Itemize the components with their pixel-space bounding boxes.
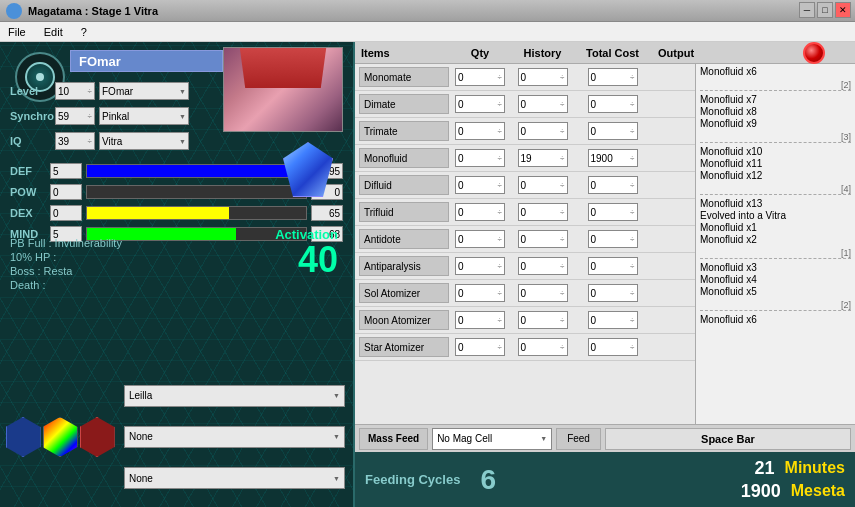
item-name-button[interactable]: Trifluid bbox=[359, 202, 449, 222]
death-text: Death : bbox=[10, 279, 343, 291]
item-qty-cell: 0 bbox=[450, 203, 510, 221]
item-hist-spinner[interactable]: 0 bbox=[518, 203, 568, 221]
menu-edit[interactable]: Edit bbox=[40, 24, 67, 40]
iq-spinner[interactable]: 39 bbox=[55, 132, 95, 150]
synchro-spinner[interactable]: 59 bbox=[55, 107, 95, 125]
item-cost-spinner[interactable]: 0 bbox=[588, 95, 638, 113]
def-bar-fill bbox=[87, 165, 306, 177]
item-name-button[interactable]: Sol Atomizer bbox=[359, 283, 449, 303]
item-row: Star Atomizer 0 0 0 bbox=[355, 334, 695, 361]
bottom-dropdown-1[interactable]: Leilla bbox=[124, 385, 345, 407]
item-qty-spinner[interactable]: 0 bbox=[455, 122, 505, 140]
item-hist-spinner[interactable]: 0 bbox=[518, 95, 568, 113]
synchro-dropdown[interactable]: Pinkal bbox=[99, 107, 189, 125]
char-hair bbox=[229, 48, 337, 88]
item-qty-cell: 0 bbox=[450, 230, 510, 248]
item-cost-spinner[interactable]: 0 bbox=[588, 338, 638, 356]
item-hist-cell: 19 bbox=[510, 149, 575, 167]
iq-label: IQ bbox=[10, 135, 55, 147]
output-item: Monofluid x5 bbox=[700, 286, 851, 297]
dex-spinner[interactable]: 0 bbox=[50, 205, 82, 221]
item-name-button[interactable]: Star Atomizer bbox=[359, 337, 449, 357]
output-divider: [2] bbox=[700, 80, 851, 91]
menu-help[interactable]: ? bbox=[77, 24, 91, 40]
item-cost-spinner[interactable]: 0 bbox=[588, 257, 638, 275]
item-qty-spinner[interactable]: 0 bbox=[455, 284, 505, 302]
main-area: FOmar Level 10 FOmar Synchro bbox=[0, 42, 855, 507]
item-cost-spinner[interactable]: 0 bbox=[588, 284, 638, 302]
hex-rainbow bbox=[43, 417, 78, 457]
iq-dropdown[interactable]: Vitra bbox=[99, 132, 189, 150]
output-item: Monofluid x2 bbox=[700, 234, 851, 245]
item-hist-spinner[interactable]: 0 bbox=[518, 311, 568, 329]
level-dropdown[interactable]: FOmar bbox=[99, 82, 189, 100]
item-cost-spinner[interactable]: 0 bbox=[588, 68, 638, 86]
item-name-cell: Antidote bbox=[355, 229, 450, 249]
col-items-header: Items bbox=[355, 47, 450, 59]
item-name-button[interactable]: Antidote bbox=[359, 229, 449, 249]
item-qty-spinner[interactable]: 0 bbox=[455, 230, 505, 248]
item-hist-cell: 0 bbox=[510, 176, 575, 194]
bottom-dropdown-2[interactable]: None bbox=[124, 426, 345, 448]
item-hist-cell: 0 bbox=[510, 284, 575, 302]
close-button[interactable]: ✕ bbox=[835, 2, 851, 18]
item-qty-spinner[interactable]: 0 bbox=[455, 338, 505, 356]
item-cost-spinner[interactable]: 0 bbox=[588, 203, 638, 221]
item-hist-spinner[interactable]: 0 bbox=[518, 122, 568, 140]
window-title: Magatama : Stage 1 Vitra bbox=[28, 5, 158, 17]
meseta-row: 1900 Meseta bbox=[741, 481, 845, 502]
item-name-button[interactable]: Monomate bbox=[359, 67, 449, 87]
maximize-button[interactable]: □ bbox=[817, 2, 833, 18]
mass-feed-button[interactable]: Mass Feed bbox=[359, 428, 428, 450]
item-qty-spinner[interactable]: 0 bbox=[455, 203, 505, 221]
item-name-button[interactable]: Trimate bbox=[359, 121, 449, 141]
item-hist-spinner[interactable]: 0 bbox=[518, 338, 568, 356]
item-row: Trimate 0 0 0 bbox=[355, 118, 695, 145]
item-name-button[interactable]: Monofluid bbox=[359, 148, 449, 168]
item-qty-spinner[interactable]: 0 bbox=[455, 95, 505, 113]
window-controls: ─ □ ✕ bbox=[799, 2, 851, 18]
minimize-button[interactable]: ─ bbox=[799, 2, 815, 18]
output-item: Monofluid x6 bbox=[700, 66, 851, 77]
item-qty-spinner[interactable]: 0 bbox=[455, 176, 505, 194]
item-name-button[interactable]: Dimate bbox=[359, 94, 449, 114]
item-hist-cell: 0 bbox=[510, 230, 575, 248]
menu-file[interactable]: File bbox=[4, 24, 30, 40]
feed-button[interactable]: Feed bbox=[556, 428, 601, 450]
item-qty-spinner[interactable]: 0 bbox=[455, 149, 505, 167]
space-bar-button[interactable]: Space Bar bbox=[605, 428, 851, 450]
item-qty-cell: 0 bbox=[450, 311, 510, 329]
def-spinner[interactable]: 5 bbox=[50, 163, 82, 179]
item-name-button[interactable]: Antiparalysis bbox=[359, 256, 449, 276]
item-row: Sol Atomizer 0 0 0 bbox=[355, 280, 695, 307]
level-spinner[interactable]: 10 bbox=[55, 82, 95, 100]
item-qty-spinner[interactable]: 0 bbox=[455, 311, 505, 329]
output-item: Monofluid x9 bbox=[700, 118, 851, 129]
item-qty-cell: 0 bbox=[450, 149, 510, 167]
item-name-button[interactable]: Moon Atomizer bbox=[359, 310, 449, 330]
item-qty-spinner[interactable]: 0 bbox=[455, 257, 505, 275]
item-qty-spinner[interactable]: 0 bbox=[455, 68, 505, 86]
item-name-cell: Star Atomizer bbox=[355, 337, 450, 357]
item-hist-spinner[interactable]: 0 bbox=[518, 284, 568, 302]
output-item: Monofluid x10 bbox=[700, 146, 851, 157]
item-cost-spinner[interactable]: 0 bbox=[588, 230, 638, 248]
feed-dropdown[interactable]: No Mag Cell bbox=[432, 428, 552, 450]
item-cost-spinner[interactable]: 0 bbox=[588, 176, 638, 194]
item-cost-spinner[interactable]: 1900 bbox=[588, 149, 638, 167]
item-hist-spinner[interactable]: 0 bbox=[518, 68, 568, 86]
bottom-toolbar: Mass Feed No Mag Cell Feed Space Bar bbox=[355, 424, 855, 452]
item-hist-spinner[interactable]: 0 bbox=[518, 230, 568, 248]
item-hist-spinner[interactable]: 0 bbox=[518, 257, 568, 275]
item-hist-spinner[interactable]: 0 bbox=[518, 176, 568, 194]
pow-spinner[interactable]: 0 bbox=[50, 184, 82, 200]
item-hist-spinner[interactable]: 19 bbox=[518, 149, 568, 167]
item-hist-cell: 0 bbox=[510, 338, 575, 356]
item-cost-spinner[interactable]: 0 bbox=[588, 122, 638, 140]
item-row: Monofluid 0 19 1900 bbox=[355, 145, 695, 172]
output-panel[interactable]: Monofluid x6[2]Monofluid x7Monofluid x8M… bbox=[695, 64, 855, 424]
item-name-button[interactable]: Difluid bbox=[359, 175, 449, 195]
item-cost-spinner[interactable]: 0 bbox=[588, 311, 638, 329]
bottom-dropdown-3[interactable]: None bbox=[124, 467, 345, 489]
item-name-cell: Dimate bbox=[355, 94, 450, 114]
